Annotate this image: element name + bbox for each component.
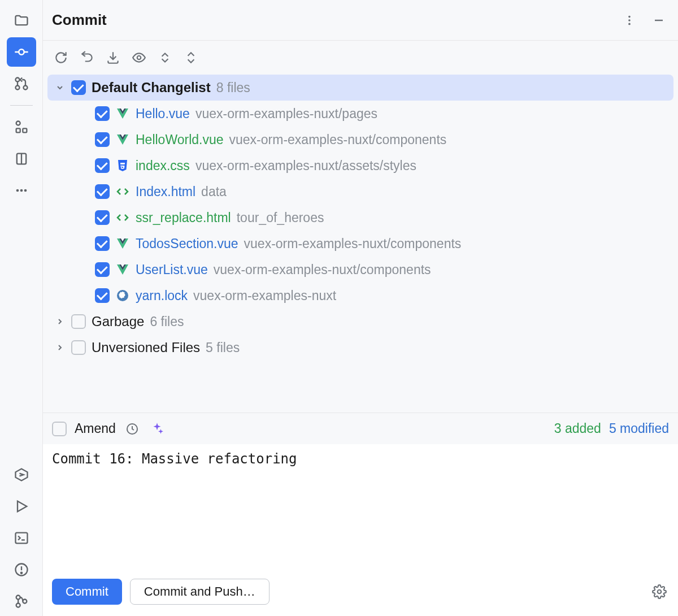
left-tool-rail [0,0,43,616]
chevron-down-icon[interactable] [54,82,66,93]
file-checkbox[interactable] [95,236,110,251]
svg-point-30 [658,590,662,594]
unversioned-files[interactable]: Unversioned Files 5 files [47,335,673,361]
terminal-tool-button[interactable] [7,523,36,553]
chevron-right-icon[interactable] [54,316,66,327]
svg-rect-15 [15,533,27,544]
changelist-label: Default Changelist [92,80,211,96]
structure-tool-button[interactable] [7,112,36,142]
changelist-count: 6 files [150,314,184,329]
yarn-file-icon [115,288,130,303]
file-path: vuex-orm-examples-nuxt [193,288,336,303]
file-name: yarn.lock [136,288,188,303]
history-icon[interactable] [124,420,141,437]
file-row[interactable]: HelloWorld.vuevuex-orm-examples-nuxt/com… [47,127,673,153]
file-name: UserList.vue [136,262,208,277]
changelist-default[interactable]: Default Changelist 8 files [47,75,673,101]
changelist-checkbox[interactable] [71,314,86,329]
file-row[interactable]: Index.htmldata [47,179,673,205]
svg-point-3 [15,78,19,82]
file-checkbox[interactable] [95,158,110,173]
file-checkbox[interactable] [95,288,110,303]
vue-file-icon [115,132,130,147]
svg-marker-14 [18,501,27,512]
refresh-button[interactable] [50,46,72,69]
amend-checkbox[interactable] [52,422,67,436]
file-checkbox[interactable] [95,132,110,147]
vue-file-icon [115,262,130,277]
more-tools-button[interactable] [7,176,36,205]
bookmarks-tool-button[interactable] [7,144,36,173]
problems-tool-button[interactable] [7,555,36,584]
file-row[interactable]: index.cssvuex-orm-examples-nuxt/assets/s… [47,153,673,179]
file-name: Index.html [136,184,195,199]
file-row[interactable]: Hello.vuevuex-orm-examples-nuxt/pages [47,101,673,127]
footer: Commit Commit and Push… [43,572,678,616]
rail-divider [10,105,33,106]
changelist-count: 8 files [216,80,250,96]
svg-point-6 [16,122,20,125]
chevron-right-icon[interactable] [54,342,66,353]
amend-label: Amend [75,421,116,436]
svg-rect-8 [23,128,27,132]
build-tool-button[interactable] [7,460,36,489]
svg-point-11 [20,189,23,192]
diff-button[interactable] [128,46,150,69]
file-name: index.css [136,158,190,173]
vue-file-icon [115,236,130,251]
pull-requests-tool-button[interactable] [7,69,36,98]
run-tool-button[interactable] [7,492,36,521]
commit-tool-button[interactable] [7,37,36,67]
ai-sparkle-icon[interactable] [149,420,166,437]
changelist-count: 5 files [206,340,240,355]
minimize-panel-button[interactable] [649,10,669,31]
changelist-garbage[interactable]: Garbage 6 files [47,309,673,335]
file-path: vuex-orm-examples-nuxt/components [244,236,462,251]
commit-message-input[interactable] [52,451,669,562]
changelist-checkbox[interactable] [71,80,86,95]
rollback-button[interactable] [76,46,98,69]
file-checkbox[interactable] [95,106,110,121]
status-added: 3 added [554,421,601,436]
settings-button[interactable] [650,582,669,601]
file-path: tour_of_heroes [237,210,324,225]
main-panel: Commit [43,0,678,616]
file-path: vuex-orm-examples-nuxt/assets/styles [195,158,416,173]
commit-and-push-button[interactable]: Commit and Push… [130,579,270,605]
svg-point-10 [16,189,19,192]
file-row[interactable]: yarn.lockvuex-orm-examples-nuxt [47,283,673,309]
shelve-button[interactable] [102,46,124,69]
svg-point-23 [628,15,631,18]
project-tool-button[interactable] [7,6,36,35]
file-row[interactable]: TodosSection.vuevuex-orm-examples-nuxt/c… [47,231,673,257]
panel-title: Commit [52,11,619,29]
vcs-tool-button[interactable] [7,587,36,616]
svg-point-19 [20,572,21,574]
file-name: HelloWorld.vue [136,132,224,148]
svg-point-21 [16,604,20,608]
file-path: vuex-orm-examples-nuxt/pages [195,106,377,122]
file-row[interactable]: UserList.vuevuex-orm-examples-nuxt/compo… [47,257,673,283]
file-name: ssr_replace.html [136,210,231,225]
changelist-button[interactable] [154,46,176,69]
svg-point-12 [24,189,27,192]
changes-tree[interactable]: Default Changelist 8 files Hello.vuevuex… [43,75,678,413]
changelist-label: Garbage [92,314,144,329]
file-row[interactable]: ssr_replace.htmltour_of_heroes [47,205,673,231]
changelist-label: Unversioned Files [92,340,200,355]
file-checkbox[interactable] [95,210,110,225]
status-modified: 5 modified [609,421,669,436]
options-menu-button[interactable] [619,10,640,31]
group-button[interactable] [180,46,202,69]
commit-button[interactable]: Commit [52,579,122,605]
svg-point-24 [628,19,631,21]
file-name: Hello.vue [136,106,190,122]
amend-bar: Amend 3 added 5 modified [43,413,678,444]
file-checkbox[interactable] [95,184,110,199]
file-name: TodosSection.vue [136,236,238,251]
svg-point-4 [15,86,19,90]
commit-message-area [43,444,678,572]
vue-file-icon [115,106,130,121]
file-checkbox[interactable] [95,262,110,277]
changelist-checkbox[interactable] [71,340,86,355]
